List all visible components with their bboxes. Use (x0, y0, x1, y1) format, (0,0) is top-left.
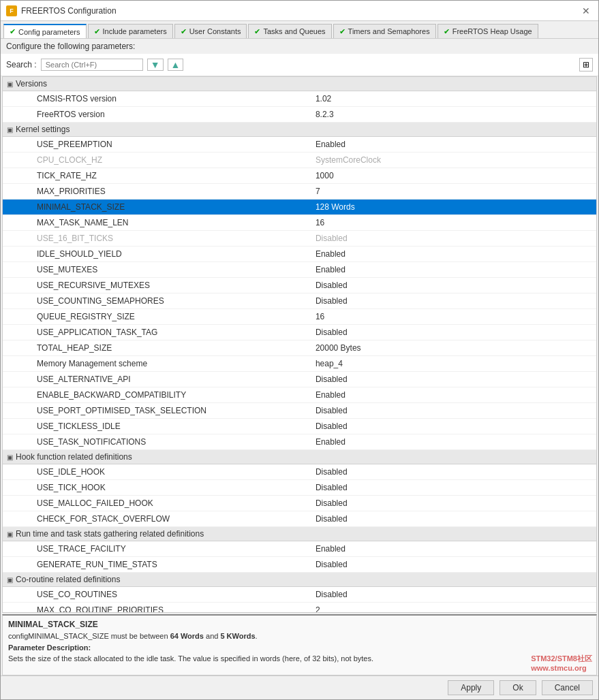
table-row[interactable]: USE_PORT_OPTIMISED_TASK_SELECTIONDisable… (3, 403, 596, 419)
section-header-hook-functions[interactable]: ▣Hook function related definitions (3, 450, 596, 464)
section-header-kernel-settings[interactable]: ▣Kernel settings (3, 123, 596, 137)
param-value-cell: Disabled (311, 588, 596, 601)
table-row[interactable]: USE_RECURSIVE_MUTEXESDisabled (3, 278, 596, 293)
param-value-cell: Disabled (311, 558, 596, 571)
table-row[interactable]: CHECK_FOR_STACK_OVERFLOWDisabled (3, 511, 596, 527)
search-label: Search : (6, 60, 37, 69)
tab-check-icon: ✔ (444, 27, 450, 36)
tab-check-icon: ✔ (94, 27, 100, 36)
table-row[interactable]: TICK_RATE_HZ1000 (3, 168, 596, 184)
tab-check-icon: ✔ (254, 27, 260, 36)
table-row[interactable]: ENABLE_BACKWARD_COMPATIBILITYEnabled (3, 387, 596, 403)
search-input[interactable] (41, 59, 143, 71)
section-header-runtime-stats[interactable]: ▣Run time and task stats gathering relat… (3, 527, 596, 541)
tab-user-constants[interactable]: ✔ User Constants (174, 24, 247, 38)
section-label: Hook function related definitions (16, 452, 132, 462)
param-value-cell: 20000 Bytes (311, 342, 596, 354)
table-row[interactable]: USE_CO_ROUTINESDisabled (3, 587, 596, 603)
param-name-cell: MAX_CO_ROUTINE_PRIORITIES (3, 604, 311, 613)
param-name-cell: USE_COUNTING_SEMAPHORES (3, 295, 311, 307)
section-toggle-icon: ▣ (7, 530, 13, 538)
apply-button[interactable]: Apply (448, 680, 494, 695)
section-label: Run time and task stats gathering relate… (16, 529, 204, 539)
param-name-cell: QUEUE_REGISTRY_SIZE (3, 311, 311, 323)
table-row[interactable]: USE_ALTERNATIVE_APIDisabled (3, 372, 596, 387)
table-row[interactable]: USE_APPLICATION_TASK_TAGDisabled (3, 325, 596, 340)
tab-include-parameters[interactable]: ✔ Include parameters (88, 24, 173, 38)
tab-label: Timers and Semaphores (348, 27, 430, 35)
table-row[interactable]: USE_PREEMPTIONEnabled (3, 137, 596, 153)
param-value-cell: Enabled (311, 543, 596, 555)
param-name-cell: USE_ALTERNATIVE_API (3, 373, 311, 385)
param-table[interactable]: ▣VersionsCMSIS-RTOS version1.02FreeRTOS … (2, 76, 597, 613)
tab-config-parameters[interactable]: ✔ Config parameters (3, 24, 87, 38)
param-value-cell: Enabled (311, 248, 596, 260)
table-row[interactable]: MAX_PRIORITIES7 (3, 184, 596, 200)
param-name-cell: TICK_RATE_HZ (3, 170, 311, 182)
section-label: Kernel settings (16, 125, 70, 134)
window-title: FREERTOS Configuration (21, 6, 117, 16)
param-name-cell: USE_APPLICATION_TASK_TAG (3, 326, 311, 338)
table-row[interactable]: USE_MUTEXESEnabled (3, 262, 596, 278)
toolbar: Search : ▼ ▲ ⊞ (1, 54, 598, 76)
description-param-name: MINIMAL_STACK_SIZE (8, 620, 591, 629)
table-row[interactable]: CMSIS-RTOS version1.02 (3, 91, 596, 107)
param-value-cell: Disabled (311, 481, 596, 494)
param-name-cell: TOTAL_HEAP_SIZE (3, 342, 311, 354)
grid-view-button[interactable]: ⊞ (579, 58, 593, 71)
table-row[interactable]: MAX_TASK_NAME_LEN16 (3, 215, 596, 231)
navigate-prev-button[interactable]: ▼ (147, 59, 164, 71)
tab-freertos-heap[interactable]: ✔ FreeRTOS Heap Usage (437, 24, 538, 38)
param-value-cell: Disabled (311, 513, 596, 525)
description-panel: MINIMAL_STACK_SIZE configMINIMAL_STACK_S… (2, 614, 597, 675)
table-row[interactable]: USE_TASK_NOTIFICATIONSEnabled (3, 434, 596, 450)
section-header-versions[interactable]: ▣Versions (3, 77, 596, 91)
table-row[interactable]: USE_IDLE_HOOKDisabled (3, 464, 596, 480)
table-row[interactable]: USE_MALLOC_FAILED_HOOKDisabled (3, 496, 596, 511)
param-name-cell: ENABLE_BACKWARD_COMPATIBILITY (3, 389, 311, 401)
table-row[interactable]: QUEUE_REGISTRY_SIZE16 (3, 309, 596, 325)
app-icon: F (6, 5, 17, 16)
table-row[interactable]: MAX_CO_ROUTINE_PRIORITIES2 (3, 603, 596, 613)
table-row[interactable]: GENERATE_RUN_TIME_STATSDisabled (3, 557, 596, 573)
table-row[interactable]: USE_TICKLESS_IDLEDisabled (3, 419, 596, 434)
param-name-cell: GENERATE_RUN_TIME_STATS (3, 558, 311, 571)
section-toggle-icon: ▣ (7, 80, 13, 88)
param-value-cell: 8.2.3 (311, 108, 596, 121)
param-name-cell: MAX_TASK_NAME_LEN (3, 217, 311, 229)
param-value-cell: 128 Words (311, 201, 596, 213)
param-name-cell: USE_CO_ROUTINES (3, 588, 311, 601)
table-row[interactable]: USE_TICK_HOOKDisabled (3, 480, 596, 496)
param-name-cell: CHECK_FOR_STACK_OVERFLOW (3, 513, 311, 525)
close-button[interactable]: ✕ (579, 6, 593, 16)
cancel-button[interactable]: Cancel (542, 680, 593, 695)
table-row[interactable]: TOTAL_HEAP_SIZE20000 Bytes (3, 340, 596, 356)
param-name-cell: USE_TICK_HOOK (3, 481, 311, 494)
param-value-cell: 16 (311, 217, 596, 229)
title-bar: F FREERTOS Configuration ✕ (1, 1, 598, 21)
param-value-cell: Disabled (311, 373, 596, 385)
param-value-cell: Disabled (311, 279, 596, 291)
section-header-coroutine[interactable]: ▣Co-routine related definitions (3, 573, 596, 587)
tab-timers-semaphores[interactable]: ✔ Timers and Semaphores (333, 24, 436, 38)
navigate-next-button[interactable]: ▲ (168, 59, 184, 71)
table-row[interactable]: USE_TRACE_FACILITYEnabled (3, 541, 596, 557)
table-row[interactable]: USE_16_BIT_TICKSDisabled (3, 231, 596, 246)
ok-button[interactable]: Ok (500, 680, 536, 695)
param-value-cell: SystemCoreClock (311, 154, 596, 166)
section-toggle-icon: ▣ (7, 454, 13, 461)
tab-label: User Constants (189, 27, 241, 35)
param-value-cell: Disabled (311, 404, 596, 417)
table-row[interactable]: USE_COUNTING_SEMAPHORESDisabled (3, 293, 596, 309)
tab-tasks-queues[interactable]: ✔ Tasks and Queues (248, 24, 331, 38)
param-value-cell: Disabled (311, 295, 596, 307)
table-row[interactable]: FreeRTOS version8.2.3 (3, 107, 596, 123)
table-row[interactable]: IDLE_SHOULD_YIELDEnabled (3, 246, 596, 262)
table-row[interactable]: MINIMAL_STACK_SIZE128 Words (3, 200, 596, 215)
table-row[interactable]: CPU_CLOCK_HZSystemCoreClock (3, 153, 596, 168)
table-row[interactable]: Memory Management schemeheap_4 (3, 356, 596, 372)
tab-label: FreeRTOS Heap Usage (452, 27, 532, 35)
param-name-cell: USE_PREEMPTION (3, 138, 311, 150)
tab-label: Config parameters (18, 28, 80, 36)
section-toggle-icon: ▣ (7, 126, 13, 133)
